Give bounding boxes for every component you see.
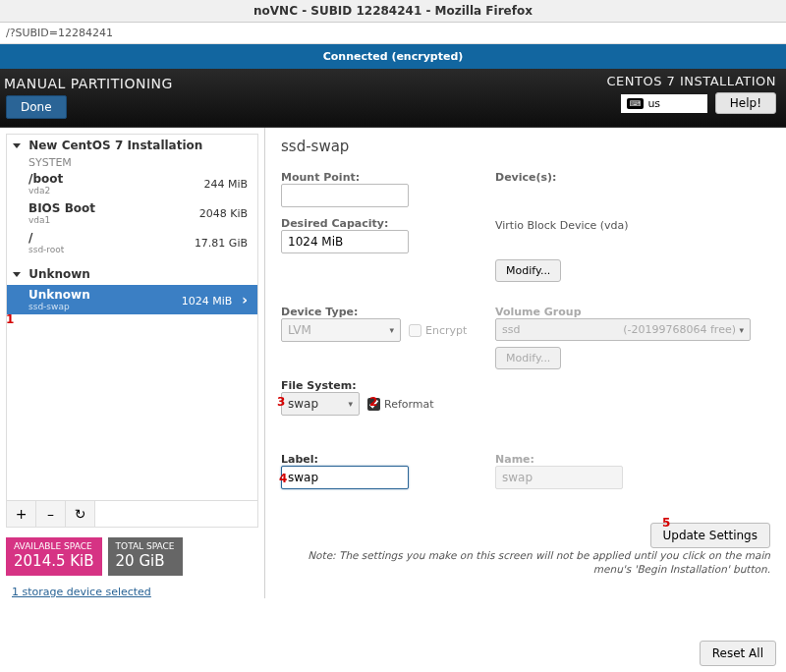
chevron-down-icon	[13, 143, 21, 148]
chevron-down-icon	[13, 272, 21, 277]
settings-note: Note: The settings you make on this scre…	[281, 548, 770, 576]
url-bar: /?SUBID=12284241	[0, 23, 786, 44]
partition-size: 1024 MiB	[182, 295, 233, 308]
reformat-label: Reformat	[384, 398, 434, 411]
keyboard-layout-label: us	[647, 97, 660, 110]
tree-section-label: Unknown	[28, 267, 90, 281]
file-system-value: swap	[288, 397, 318, 411]
caret-down-icon: ▾	[389, 325, 394, 335]
main-area: New CentOS 7 Installation SYSTEM /boot v…	[0, 127, 786, 598]
name-label: Name:	[495, 453, 770, 466]
device-type-value: LVM	[288, 323, 311, 337]
label-input[interactable]	[281, 466, 409, 489]
devices-label: Device(s):	[495, 171, 770, 184]
file-system-select[interactable]: swap ▾	[281, 392, 360, 416]
total-space-value: 20 GiB	[116, 552, 175, 570]
tree-section-new-install[interactable]: New CentOS 7 Installation	[7, 135, 257, 156]
tree-section-unknown[interactable]: Unknown	[7, 263, 257, 285]
partition-device: ssd-root	[28, 245, 64, 254]
partition-size: 17.81 GiB	[195, 237, 248, 250]
done-button[interactable]: Done	[6, 95, 67, 119]
caret-down-icon: ▾	[739, 325, 744, 335]
reset-all-button[interactable]: Reset All	[700, 641, 776, 666]
header-left: MANUAL PARTITIONING Done	[2, 74, 173, 119]
remove-partition-button[interactable]: –	[36, 501, 66, 527]
mount-point-input[interactable]	[281, 184, 409, 207]
window-title: noVNC - SUBID 12284241 - Mozilla Firefox	[0, 0, 786, 23]
encrypt-checkbox[interactable]: Encrypt	[409, 324, 467, 337]
partition-device: vda2	[28, 186, 63, 196]
page-title: MANUAL PARTITIONING	[2, 74, 173, 95]
partition-row-swap[interactable]: Unknown ssd-swap 1024 MiB ›	[7, 285, 257, 314]
tree-toolbar: + – ↻	[6, 501, 258, 528]
partition-row-root[interactable]: / ssd-root 17.81 GiB	[7, 228, 257, 257]
caret-down-icon: ▾	[348, 399, 353, 409]
partition-name: BIOS Boot	[28, 201, 95, 215]
mount-point-label: Mount Point:	[281, 171, 477, 184]
partition-size: 2048 KiB	[199, 207, 248, 220]
total-space-box: TOTAL SPACE 20 GiB	[108, 537, 183, 576]
reload-button[interactable]: ↻	[66, 501, 95, 527]
chevron-right-icon: ›	[242, 292, 248, 308]
system-label: SYSTEM	[7, 156, 257, 169]
modify-vg-button[interactable]: Modify...	[495, 347, 561, 369]
header-right: CENTOS 7 INSTALLATION ⌨ us Help!	[606, 74, 776, 114]
device-description: Virtio Block Device (vda)	[495, 219, 770, 232]
install-title: CENTOS 7 INSTALLATION	[606, 74, 776, 92]
partition-row-biosboot[interactable]: BIOS Boot vda1 2048 KiB	[7, 198, 257, 228]
desired-capacity-input[interactable]	[281, 230, 409, 253]
update-settings-button[interactable]: Update Settings	[650, 523, 771, 548]
device-type-label: Device Type:	[281, 306, 477, 318]
encrypt-label: Encrypt	[425, 324, 467, 337]
reformat-checkbox[interactable]: Reformat	[367, 398, 434, 411]
partition-name: /	[28, 231, 64, 245]
partition-tree[interactable]: New CentOS 7 Installation SYSTEM /boot v…	[6, 134, 258, 501]
available-space-box: AVAILABLE SPACE 2014.5 KiB	[6, 537, 102, 576]
vg-name: ssd	[502, 323, 520, 336]
add-partition-button[interactable]: +	[7, 501, 36, 527]
available-space-label: AVAILABLE SPACE	[14, 541, 94, 552]
available-space-value: 2014.5 KiB	[14, 552, 94, 570]
encrypt-checkbox-input[interactable]	[409, 324, 421, 337]
partition-name: /boot	[28, 172, 63, 186]
keyboard-layout-selector[interactable]: ⌨ us	[621, 94, 707, 113]
volume-group-label: Volume Group	[495, 306, 770, 318]
partition-size: 244 MiB	[203, 178, 248, 191]
modify-device-button[interactable]: Modify...	[495, 259, 561, 282]
volume-group-select[interactable]: ssd (-20199768064 free) ▾	[495, 318, 751, 341]
partition-device: vda1	[28, 215, 95, 225]
file-system-label: File System:	[281, 379, 477, 392]
partition-row-boot[interactable]: /boot vda2 244 MiB	[7, 169, 257, 198]
space-summary: AVAILABLE SPACE 2014.5 KiB TOTAL SPACE 2…	[0, 528, 264, 582]
storage-devices-link[interactable]: 1 storage device selected	[0, 582, 264, 598]
keyboard-icon: ⌨	[627, 98, 645, 109]
partition-device: ssd-swap	[28, 302, 90, 311]
tree-section-label: New CentOS 7 Installation	[28, 139, 202, 152]
connection-status: Connected (encrypted)	[0, 44, 786, 69]
desired-capacity-label: Desired Capacity:	[281, 217, 477, 230]
label-label: Label:	[281, 453, 477, 466]
vg-free: (-20199768064 free)	[623, 323, 736, 336]
reformat-checkbox-input[interactable]	[367, 398, 380, 411]
right-pane: ssd-swap Mount Point: Device(s): Desired…	[265, 128, 786, 598]
total-space-label: TOTAL SPACE	[116, 541, 175, 552]
device-type-select[interactable]: LVM ▾	[281, 318, 401, 342]
details-title: ssd-swap	[281, 138, 770, 155]
partition-name: Unknown	[28, 288, 90, 302]
help-button[interactable]: Help!	[715, 92, 776, 114]
name-input	[495, 466, 623, 489]
left-pane: New CentOS 7 Installation SYSTEM /boot v…	[0, 128, 265, 598]
header-bar: MANUAL PARTITIONING Done CENTOS 7 INSTAL…	[0, 69, 786, 127]
